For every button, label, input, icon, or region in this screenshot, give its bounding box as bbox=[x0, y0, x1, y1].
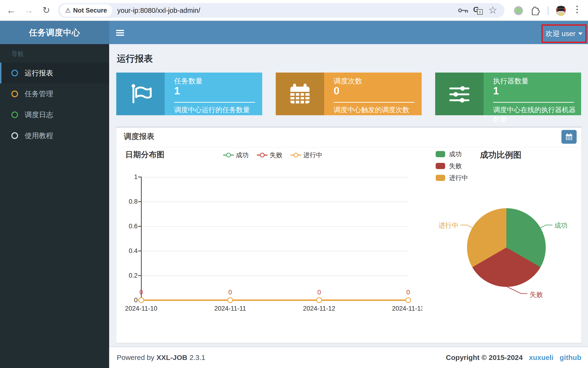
bookmark-star-icon[interactable]: ☆ bbox=[488, 4, 497, 16]
panel-title: 调度报表 bbox=[124, 131, 154, 142]
stat-title: 调度次数 bbox=[334, 76, 362, 86]
y-axis-label: 1 bbox=[121, 173, 138, 181]
x-axis-label: 2024-11-11 bbox=[210, 305, 250, 312]
stat-desc: 调度中心运行的任务数量 bbox=[174, 105, 250, 115]
y-tick bbox=[138, 201, 141, 202]
data-point bbox=[316, 297, 322, 303]
y-axis-label: 0.8 bbox=[121, 198, 138, 205]
powered-prefix: Powered by bbox=[117, 354, 154, 362]
date-range-button[interactable] bbox=[561, 130, 577, 144]
address-bar[interactable]: ⚠ Not Secure your-ip:8080/xxl-job-admin/ bbox=[58, 3, 504, 18]
url-text[interactable]: your-ip:8080/xxl-job-admin/ bbox=[117, 3, 200, 18]
extensions-puzzle-icon[interactable] bbox=[531, 6, 540, 15]
translate-icon[interactable]: G 文 bbox=[473, 5, 483, 15]
gridline bbox=[141, 251, 409, 251]
y-axis-label: 0.2 bbox=[121, 272, 138, 279]
gridline bbox=[141, 226, 409, 227]
reload-icon[interactable]: ↻ bbox=[41, 5, 52, 16]
legend-label: 进行中 bbox=[303, 151, 322, 159]
sidebar: 导航 运行报表 任务管理 调度日志 使用教程 bbox=[0, 44, 109, 368]
sidebar-item-tutorial[interactable]: 使用教程 bbox=[0, 125, 109, 146]
circle-icon bbox=[11, 70, 18, 76]
sliders-icon bbox=[435, 73, 484, 115]
gridline bbox=[141, 177, 409, 177]
app-logo[interactable]: 任务调度中心 bbox=[0, 21, 109, 44]
profile-avatar[interactable] bbox=[556, 5, 566, 16]
avatar-sunglasses bbox=[558, 9, 564, 11]
success-ratio-chart: 成功比例图 成功 失败 进行中 成功 进行中 失败 bbox=[422, 148, 579, 318]
security-chip[interactable]: ⚠ Not Secure bbox=[60, 4, 112, 17]
data-point bbox=[405, 297, 411, 303]
footer-right: Copyright © 2015-2024 xuxueli github bbox=[446, 347, 581, 368]
back-icon[interactable]: ← bbox=[6, 5, 17, 16]
point-value-label: 0 bbox=[223, 289, 237, 296]
stat-box-executor-count: 执行器数量 1 调度中心在线的执行器机器数量 bbox=[435, 73, 581, 115]
welcome-user-dropdown[interactable]: 欢迎 user bbox=[546, 29, 576, 39]
extension-status-dot bbox=[516, 8, 521, 14]
point-value-label: 0 bbox=[401, 289, 415, 296]
page-title: 运行报表 bbox=[117, 53, 153, 65]
stat-divider bbox=[334, 102, 415, 103]
y-axis-label: 0.6 bbox=[121, 223, 138, 230]
stat-divider bbox=[493, 102, 574, 103]
browser-toolbar: ← → ↻ ⚠ Not Secure your-ip:8080/xxl-job-… bbox=[0, 0, 588, 21]
data-point bbox=[227, 297, 233, 303]
sidebar-item-label: 任务管理 bbox=[25, 89, 53, 99]
line-chart-title: 日期分布图 bbox=[125, 149, 164, 160]
sidebar-item-run-report[interactable]: 运行报表 bbox=[0, 63, 109, 83]
warning-icon: ⚠ bbox=[65, 7, 71, 14]
extension-status-icon[interactable] bbox=[514, 6, 523, 15]
stat-value: 1 bbox=[493, 85, 499, 97]
data-point bbox=[138, 297, 144, 303]
sidebar-item-dispatch-log[interactable]: 调度日志 bbox=[0, 104, 109, 125]
forward-icon[interactable]: → bbox=[23, 5, 34, 16]
xuxueli-link[interactable]: xuxueli bbox=[529, 354, 553, 362]
stat-desc: 调度中心在线的执行器机器数量 bbox=[493, 105, 581, 124]
sidebar-item-label: 调度日志 bbox=[25, 110, 53, 120]
line-marker-icon bbox=[290, 153, 301, 157]
sidebar-toggle-icon[interactable] bbox=[116, 30, 124, 36]
sidebar-item-label: 使用教程 bbox=[25, 131, 53, 141]
x-axis-label: 2024-11-12 bbox=[299, 305, 339, 312]
sidebar-section-label: 导航 bbox=[11, 50, 24, 58]
github-link[interactable]: github bbox=[560, 354, 581, 362]
stat-box-job-count: 任务数量 1 调度中心运行的任务数量 bbox=[116, 73, 262, 115]
line-chart-legend: 成功 失败 进行中 bbox=[223, 151, 322, 159]
stat-title: 执行器数量 bbox=[493, 76, 529, 86]
y-axis-label: 0 bbox=[121, 297, 138, 304]
footer: Powered by XXL-JOB 2.3.1 Copyright © 201… bbox=[109, 347, 588, 368]
stat-title: 任务数量 bbox=[174, 76, 203, 86]
y-tick bbox=[138, 251, 141, 251]
legend-item-success[interactable]: 成功 bbox=[223, 151, 249, 159]
stat-value: 0 bbox=[334, 85, 339, 97]
legend-item-fail[interactable]: 失败 bbox=[257, 151, 282, 159]
y-tick bbox=[138, 177, 141, 177]
running-series-line bbox=[141, 299, 408, 301]
browser-menu-icon[interactable] bbox=[576, 6, 578, 13]
gridline bbox=[141, 276, 409, 276]
x-axis-label: 2024-11-13 bbox=[388, 305, 422, 312]
legend-item-running[interactable]: 进行中 bbox=[290, 151, 322, 159]
y-axis-line bbox=[141, 177, 142, 303]
security-chip-label: Not Secure bbox=[73, 7, 107, 14]
calendar-icon bbox=[276, 73, 324, 115]
pie-callout-success: 成功 bbox=[554, 221, 568, 230]
copyright: Copyright © 2015-2024 bbox=[446, 354, 523, 362]
password-key-icon[interactable] bbox=[458, 7, 468, 14]
product-version: 2.3.1 bbox=[189, 354, 205, 362]
screen: ← → ↻ ⚠ Not Secure your-ip:8080/xxl-job-… bbox=[0, 0, 588, 368]
calendar-icon bbox=[565, 133, 573, 141]
x-axis-label: 2024-11-10 bbox=[121, 305, 161, 312]
product-name: XXL-JOB bbox=[156, 354, 187, 362]
panel-header-divider bbox=[117, 147, 581, 147]
app-header bbox=[109, 21, 588, 44]
point-value-label: 0 bbox=[134, 289, 148, 296]
pie-callout-fail: 失败 bbox=[530, 290, 543, 299]
y-tick bbox=[138, 275, 141, 276]
annotation-highlight-box: 欢迎 user bbox=[541, 24, 587, 43]
powered-by: Powered by XXL-JOB 2.3.1 bbox=[117, 347, 205, 368]
stat-desc: 调度中心触发的调度次数 bbox=[334, 105, 409, 115]
legend-label: 成功 bbox=[236, 151, 249, 159]
sidebar-item-job-manage[interactable]: 任务管理 bbox=[0, 83, 109, 104]
line-marker-icon bbox=[223, 153, 234, 157]
